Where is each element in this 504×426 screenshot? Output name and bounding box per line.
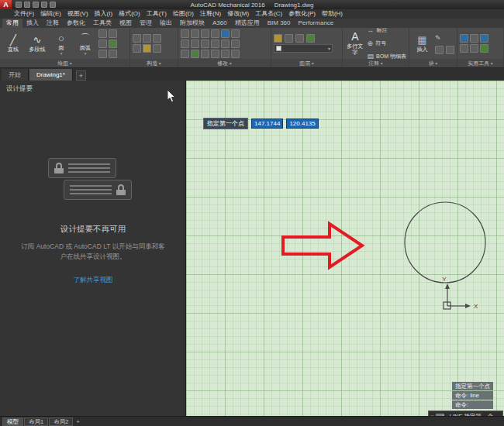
panel-caption-block[interactable]: 块: [409, 59, 457, 67]
menu-item[interactable]: 格式(O): [116, 9, 143, 19]
ribbon-icon[interactable]: [201, 50, 209, 58]
panel-caption-modify[interactable]: 修改: [178, 59, 271, 67]
circle-button[interactable]: 圆 ▾: [50, 28, 72, 59]
ribbon-icon[interactable]: [153, 34, 161, 43]
open-file-icon[interactable]: [24, 2, 30, 8]
menu-item[interactable]: 工具条(C): [252, 9, 285, 19]
menu-item[interactable]: 绘图(D): [170, 9, 197, 19]
ribbon-icon[interactable]: [191, 40, 199, 48]
new-file-icon[interactable]: [16, 2, 22, 8]
panel-caption-annotate[interactable]: 注释: [343, 59, 409, 67]
ribbon-icon[interactable]: [231, 40, 240, 48]
ribbon-icon[interactable]: [201, 40, 209, 48]
ribbon-icon[interactable]: [133, 44, 141, 53]
ribbon-icon[interactable]: [221, 40, 230, 48]
ribbon-tab[interactable]: 视图: [116, 19, 136, 28]
symbol-button[interactable]: 符号: [368, 38, 406, 50]
menu-item[interactable]: 注释(N): [197, 9, 224, 19]
panel-caption-construction[interactable]: 构造: [130, 59, 178, 67]
ribbon-icon[interactable]: [109, 40, 117, 48]
ribbon-icon[interactable]: [153, 44, 161, 53]
bom-button[interactable]: BOM 明细表: [368, 51, 406, 60]
ribbon-icon[interactable]: [191, 50, 199, 58]
ribbon-icon[interactable]: [470, 34, 478, 43]
menu-item[interactable]: 视图(V): [64, 9, 91, 19]
new-layout-button[interactable]: +: [74, 418, 82, 425]
ribbon-icon[interactable]: [221, 29, 230, 38]
ribbon-icon[interactable]: [133, 34, 141, 43]
layout-tab[interactable]: 布局1: [24, 417, 48, 426]
ribbon-icon[interactable]: [221, 50, 230, 58]
line-button[interactable]: 直线: [2, 28, 24, 59]
ribbon-icon[interactable]: [201, 29, 209, 38]
red-arrow-annotation[interactable]: [283, 224, 362, 267]
ribbon-icon[interactable]: [306, 34, 315, 43]
redo-icon[interactable]: [50, 2, 56, 8]
layout-tab[interactable]: 布局2: [49, 417, 73, 426]
polyline-button[interactable]: 多段线: [26, 28, 48, 59]
file-tab[interactable]: Drawing1*: [29, 69, 73, 81]
panel-caption-draw[interactable]: 绘图: [0, 59, 129, 67]
menu-item[interactable]: 参数化(P): [285, 9, 319, 19]
ribbon-tab[interactable]: 管理: [136, 19, 156, 28]
undo-icon[interactable]: [41, 2, 47, 8]
ribbon-icon[interactable]: [460, 44, 468, 53]
ribbon-icon[interactable]: [109, 50, 117, 58]
ribbon-icon[interactable]: [181, 40, 189, 48]
ribbon-tab[interactable]: 工具类: [89, 19, 116, 28]
ribbon-tab[interactable]: BIM 360: [264, 19, 295, 28]
ribbon-icon[interactable]: [231, 29, 240, 38]
ribbon-icon[interactable]: [211, 29, 219, 38]
ribbon-icon[interactable]: [181, 50, 189, 58]
ribbon-icon[interactable]: [98, 40, 107, 48]
insert-block-button[interactable]: 插入: [412, 28, 433, 59]
ribbon-icon[interactable]: [191, 29, 199, 38]
menu-item[interactable]: 帮助(H): [319, 9, 346, 19]
ribbon-tab[interactable]: 插入: [22, 19, 43, 28]
learn-shared-views-link[interactable]: 了解共享视图: [0, 276, 186, 285]
dimension-button[interactable]: 标注: [368, 28, 406, 36]
new-drawing-tab-button[interactable]: +: [76, 70, 86, 81]
arc-button[interactable]: 圆弧 ▾: [74, 28, 96, 59]
ribbon-tab[interactable]: Performance: [294, 19, 337, 28]
drawn-circle[interactable]: [405, 202, 485, 283]
layout-tab[interactable]: 模型: [2, 417, 23, 426]
ribbon-tab[interactable]: 输出: [156, 19, 176, 28]
ribbon-icon[interactable]: [435, 46, 444, 54]
ribbon-icon[interactable]: [211, 50, 219, 58]
menu-item[interactable]: 文件(F): [11, 9, 37, 19]
menu-item[interactable]: 修改(M): [224, 9, 252, 19]
ribbon-tab[interactable]: A360: [209, 19, 231, 28]
menu-item[interactable]: 插入(I): [91, 9, 116, 19]
ribbon-tab[interactable]: 精选应用: [231, 19, 264, 28]
ribbon-icon[interactable]: [211, 40, 219, 48]
menu-item[interactable]: 编辑(E): [37, 9, 64, 19]
ribbon-tab[interactable]: 参数化: [63, 19, 89, 28]
save-icon[interactable]: [33, 2, 39, 8]
file-tab[interactable]: 开始: [2, 69, 29, 81]
ribbon-icon[interactable]: [446, 46, 454, 54]
panel-caption-layers[interactable]: 图层: [271, 59, 342, 67]
ribbon-icon[interactable]: [98, 29, 107, 38]
ribbon-icon[interactable]: [295, 34, 304, 43]
ribbon-tab[interactable]: 常用: [2, 19, 22, 28]
edit-attr-button[interactable]: [435, 33, 454, 44]
ribbon-icon[interactable]: [274, 34, 282, 43]
app-logo-icon[interactable]: A: [0, 0, 12, 9]
ribbon-icon[interactable]: [143, 44, 151, 53]
ribbon-icon[interactable]: [460, 34, 468, 43]
menu-item[interactable]: 工具(T): [143, 9, 170, 19]
ribbon-icon[interactable]: [480, 44, 488, 53]
panel-caption-utilities[interactable]: 实用工具: [457, 59, 503, 67]
ribbon-icon[interactable]: [181, 29, 189, 38]
ribbon-tab[interactable]: 附加模块: [176, 19, 209, 28]
ribbon-tab[interactable]: 注释: [43, 19, 63, 28]
ribbon-icon[interactable]: [143, 34, 151, 43]
ribbon-icon[interactable]: [98, 50, 107, 58]
ribbon-icon[interactable]: [231, 50, 240, 58]
drawing-canvas[interactable]: 指定第一个点 147.1744 120.4135 Y X: [186, 81, 504, 416]
ribbon-icon[interactable]: [109, 29, 117, 38]
layer-dropdown[interactable]: ▾: [274, 44, 333, 53]
mtext-button[interactable]: 多行文字: [345, 28, 365, 59]
ribbon-icon[interactable]: [285, 34, 293, 43]
